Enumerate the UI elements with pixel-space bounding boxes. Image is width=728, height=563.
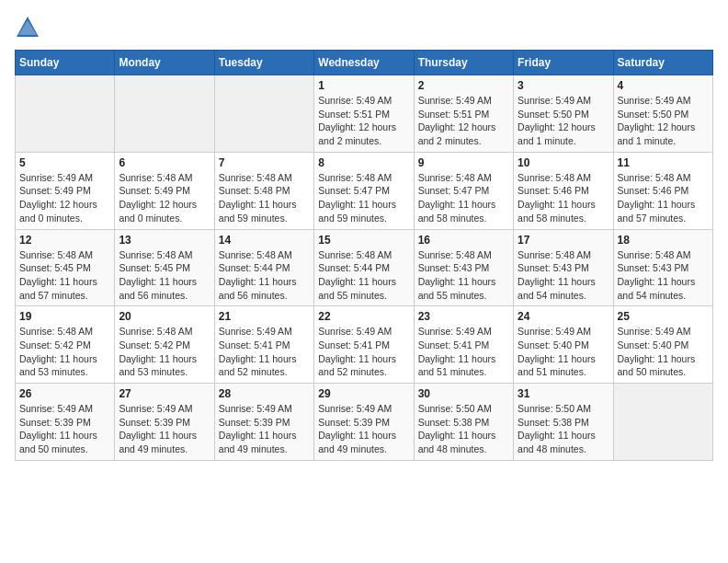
day-number: 11 (618, 156, 709, 169)
day-number: 16 (418, 234, 509, 247)
calendar-cell: 15Sunrise: 5:48 AM Sunset: 5:44 PM Dayli… (314, 229, 414, 306)
calendar-cell: 18Sunrise: 5:48 AM Sunset: 5:43 PM Dayli… (613, 229, 712, 306)
day-info: Sunrise: 5:49 AM Sunset: 5:41 PM Dayligh… (219, 325, 310, 379)
weekday-row: SundayMondayTuesdayWednesdayThursdayFrid… (16, 51, 713, 75)
day-number: 7 (219, 156, 310, 169)
day-info: Sunrise: 5:48 AM Sunset: 5:43 PM Dayligh… (618, 248, 709, 303)
calendar-cell: 27Sunrise: 5:49 AM Sunset: 5:39 PM Dayli… (115, 384, 214, 461)
day-number: 4 (618, 79, 709, 92)
day-number: 23 (418, 310, 509, 323)
day-number: 17 (518, 234, 609, 247)
weekday-header: Saturday (613, 51, 712, 75)
calendar-week: 1Sunrise: 5:49 AM Sunset: 5:51 PM Daylig… (16, 75, 713, 153)
calendar-cell: 8Sunrise: 5:48 AM Sunset: 5:47 PM Daylig… (314, 152, 414, 229)
day-info: Sunrise: 5:48 AM Sunset: 5:42 PM Dayligh… (119, 325, 210, 379)
day-number: 8 (318, 156, 409, 169)
svg-marker-1 (18, 20, 37, 35)
calendar-week: 12Sunrise: 5:48 AM Sunset: 5:45 PM Dayli… (16, 229, 713, 306)
calendar-cell: 31Sunrise: 5:50 AM Sunset: 5:38 PM Dayli… (514, 384, 613, 461)
day-info: Sunrise: 5:49 AM Sunset: 5:50 PM Dayligh… (618, 94, 709, 148)
day-number: 29 (318, 387, 409, 400)
day-number: 12 (19, 234, 110, 247)
calendar-week: 5Sunrise: 5:49 AM Sunset: 5:49 PM Daylig… (16, 152, 713, 229)
calendar-cell: 26Sunrise: 5:49 AM Sunset: 5:39 PM Dayli… (16, 384, 115, 461)
day-info: Sunrise: 5:49 AM Sunset: 5:39 PM Dayligh… (19, 402, 110, 456)
day-number: 27 (119, 387, 210, 400)
calendar-cell: 23Sunrise: 5:49 AM Sunset: 5:41 PM Dayli… (414, 306, 513, 384)
day-info: Sunrise: 5:49 AM Sunset: 5:39 PM Dayligh… (318, 402, 409, 456)
day-info: Sunrise: 5:48 AM Sunset: 5:49 PM Dayligh… (119, 171, 210, 225)
day-number: 19 (19, 310, 110, 323)
calendar-cell: 29Sunrise: 5:49 AM Sunset: 5:39 PM Dayli… (314, 384, 414, 461)
day-info: Sunrise: 5:48 AM Sunset: 5:46 PM Dayligh… (518, 171, 609, 225)
day-info: Sunrise: 5:49 AM Sunset: 5:39 PM Dayligh… (119, 402, 210, 456)
calendar-cell: 11Sunrise: 5:48 AM Sunset: 5:46 PM Dayli… (613, 152, 712, 229)
day-number: 30 (418, 387, 509, 400)
calendar-cell (214, 75, 313, 153)
calendar-cell (613, 384, 712, 461)
calendar-cell: 13Sunrise: 5:48 AM Sunset: 5:45 PM Dayli… (115, 229, 214, 306)
day-info: Sunrise: 5:48 AM Sunset: 5:47 PM Dayligh… (318, 171, 409, 225)
day-number: 2 (418, 79, 509, 92)
calendar-cell: 22Sunrise: 5:49 AM Sunset: 5:41 PM Dayli… (314, 306, 414, 384)
weekday-header: Sunday (16, 51, 115, 75)
day-info: Sunrise: 5:49 AM Sunset: 5:51 PM Dayligh… (318, 94, 409, 148)
calendar-cell: 9Sunrise: 5:48 AM Sunset: 5:47 PM Daylig… (414, 152, 513, 229)
day-info: Sunrise: 5:48 AM Sunset: 5:45 PM Dayligh… (119, 248, 210, 303)
day-info: Sunrise: 5:49 AM Sunset: 5:39 PM Dayligh… (219, 402, 310, 456)
day-info: Sunrise: 5:48 AM Sunset: 5:47 PM Dayligh… (418, 171, 509, 225)
calendar-cell: 5Sunrise: 5:49 AM Sunset: 5:49 PM Daylig… (16, 152, 115, 229)
calendar-cell: 1Sunrise: 5:49 AM Sunset: 5:51 PM Daylig… (314, 75, 414, 153)
calendar-cell: 6Sunrise: 5:48 AM Sunset: 5:49 PM Daylig… (115, 152, 214, 229)
calendar-cell (115, 75, 214, 153)
calendar-cell: 10Sunrise: 5:48 AM Sunset: 5:46 PM Dayli… (514, 152, 613, 229)
day-info: Sunrise: 5:49 AM Sunset: 5:41 PM Dayligh… (418, 325, 509, 379)
calendar-cell: 21Sunrise: 5:49 AM Sunset: 5:41 PM Dayli… (214, 306, 313, 384)
day-info: Sunrise: 5:48 AM Sunset: 5:46 PM Dayligh… (618, 171, 709, 225)
day-number: 22 (318, 310, 409, 323)
calendar-cell: 20Sunrise: 5:48 AM Sunset: 5:42 PM Dayli… (115, 306, 214, 384)
day-info: Sunrise: 5:49 AM Sunset: 5:50 PM Dayligh… (518, 94, 609, 148)
calendar-cell: 24Sunrise: 5:49 AM Sunset: 5:40 PM Dayli… (514, 306, 613, 384)
day-info: Sunrise: 5:49 AM Sunset: 5:49 PM Dayligh… (19, 171, 110, 225)
day-number: 6 (119, 156, 210, 169)
calendar-week: 19Sunrise: 5:48 AM Sunset: 5:42 PM Dayli… (16, 306, 713, 384)
calendar-table: SundayMondayTuesdayWednesdayThursdayFrid… (15, 50, 713, 461)
day-number: 15 (318, 234, 409, 247)
day-number: 9 (418, 156, 509, 169)
day-number: 1 (318, 79, 409, 92)
day-info: Sunrise: 5:48 AM Sunset: 5:43 PM Dayligh… (418, 248, 509, 303)
calendar-cell: 30Sunrise: 5:50 AM Sunset: 5:38 PM Dayli… (414, 384, 513, 461)
day-number: 5 (19, 156, 110, 169)
calendar-cell: 3Sunrise: 5:49 AM Sunset: 5:50 PM Daylig… (514, 75, 613, 153)
day-number: 21 (219, 310, 310, 323)
day-number: 31 (518, 387, 609, 400)
calendar-cell: 17Sunrise: 5:48 AM Sunset: 5:43 PM Dayli… (514, 229, 613, 306)
day-number: 13 (119, 234, 210, 247)
day-info: Sunrise: 5:50 AM Sunset: 5:38 PM Dayligh… (418, 402, 509, 456)
logo-icon (15, 15, 40, 40)
page-header (15, 15, 713, 40)
day-info: Sunrise: 5:48 AM Sunset: 5:43 PM Dayligh… (518, 248, 609, 303)
calendar-cell: 7Sunrise: 5:48 AM Sunset: 5:48 PM Daylig… (214, 152, 313, 229)
weekday-header: Monday (115, 51, 214, 75)
day-number: 28 (219, 387, 310, 400)
calendar-cell: 16Sunrise: 5:48 AM Sunset: 5:43 PM Dayli… (414, 229, 513, 306)
calendar-cell: 12Sunrise: 5:48 AM Sunset: 5:45 PM Dayli… (16, 229, 115, 306)
day-number: 18 (618, 234, 709, 247)
calendar-cell: 28Sunrise: 5:49 AM Sunset: 5:39 PM Dayli… (214, 384, 313, 461)
calendar-cell: 14Sunrise: 5:48 AM Sunset: 5:44 PM Dayli… (214, 229, 313, 306)
calendar-cell: 25Sunrise: 5:49 AM Sunset: 5:40 PM Dayli… (613, 306, 712, 384)
day-info: Sunrise: 5:48 AM Sunset: 5:44 PM Dayligh… (219, 248, 310, 303)
calendar-cell (16, 75, 115, 153)
calendar-week: 26Sunrise: 5:49 AM Sunset: 5:39 PM Dayli… (16, 384, 713, 461)
weekday-header: Wednesday (314, 51, 414, 75)
weekday-header: Friday (514, 51, 613, 75)
day-info: Sunrise: 5:48 AM Sunset: 5:45 PM Dayligh… (19, 248, 110, 303)
day-info: Sunrise: 5:48 AM Sunset: 5:48 PM Dayligh… (219, 171, 310, 225)
calendar-cell: 2Sunrise: 5:49 AM Sunset: 5:51 PM Daylig… (414, 75, 513, 153)
day-number: 10 (518, 156, 609, 169)
day-number: 26 (19, 387, 110, 400)
day-number: 14 (219, 234, 310, 247)
day-number: 20 (119, 310, 210, 323)
